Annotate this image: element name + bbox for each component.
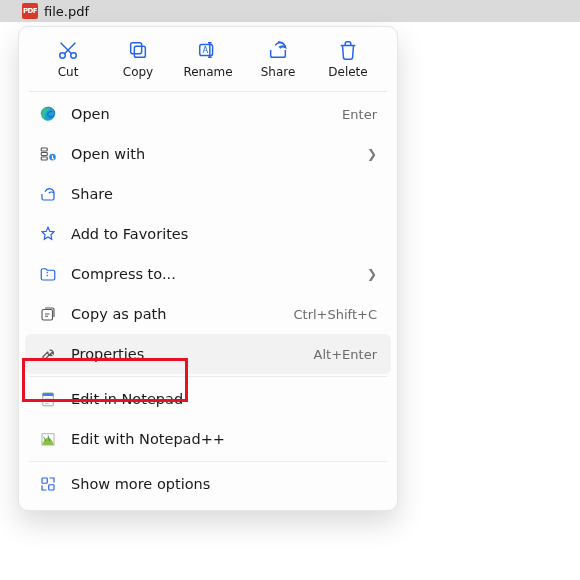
menu-item-notepad[interactable]: Edit in Notepad	[25, 379, 391, 419]
star-icon	[39, 225, 57, 243]
menu-item-share[interactable]: Share	[25, 174, 391, 214]
share-icon	[267, 39, 289, 61]
cut-label: Cut	[58, 65, 79, 79]
svg-rect-7	[41, 148, 47, 151]
svg-rect-8	[41, 153, 47, 156]
menu-item-properties[interactable]: Properties Alt+Enter	[25, 334, 391, 374]
menu-item-open[interactable]: Open Enter	[25, 94, 391, 134]
svg-rect-11	[42, 310, 53, 321]
svg-rect-9	[41, 157, 47, 160]
share-item-label: Share	[71, 186, 377, 202]
share-button[interactable]: Share	[249, 39, 307, 79]
show-more-label: Show more options	[71, 476, 377, 492]
copy-icon	[127, 39, 149, 61]
delete-label: Delete	[328, 65, 367, 79]
show-more-icon	[39, 475, 57, 493]
menu-item-copy-path[interactable]: Copy as path Ctrl+Shift+C	[25, 294, 391, 334]
cut-button[interactable]: Cut	[39, 39, 97, 79]
share-arrow-icon	[39, 185, 57, 203]
menu-item-notepadpp[interactable]: Edit with Notepad++	[25, 419, 391, 459]
delete-button[interactable]: Delete	[319, 39, 377, 79]
copy-label: Copy	[123, 65, 153, 79]
rename-label: Rename	[183, 65, 232, 79]
svg-rect-15	[42, 478, 47, 483]
notepad-label: Edit in Notepad	[71, 391, 377, 407]
chevron-right-icon: ❯	[367, 267, 377, 281]
svg-rect-3	[131, 43, 142, 54]
open-label: Open	[71, 106, 328, 122]
copy-path-icon	[39, 305, 57, 323]
context-menu: Cut Copy A Rename	[18, 26, 398, 511]
chevron-right-icon: ❯	[367, 147, 377, 161]
properties-label: Properties	[71, 346, 300, 362]
edge-icon	[39, 105, 57, 123]
svg-rect-16	[49, 485, 54, 490]
copy-button[interactable]: Copy	[109, 39, 167, 79]
svg-rect-2	[134, 46, 145, 57]
separator	[29, 376, 387, 377]
open-with-icon	[39, 145, 57, 163]
notepadpp-icon	[39, 430, 57, 448]
zip-icon	[39, 265, 57, 283]
scissors-icon	[57, 39, 79, 61]
rename-button[interactable]: A Rename	[179, 39, 237, 79]
notepad-icon	[39, 390, 57, 408]
menu-item-compress[interactable]: Compress to... ❯	[25, 254, 391, 294]
share-label: Share	[261, 65, 296, 79]
menu-item-favorites[interactable]: Add to Favorites	[25, 214, 391, 254]
separator	[29, 91, 387, 92]
copy-path-accel: Ctrl+Shift+C	[293, 307, 377, 322]
rename-icon: A	[197, 39, 219, 61]
compress-label: Compress to...	[71, 266, 353, 282]
trash-icon	[337, 39, 359, 61]
file-name: file.pdf	[44, 4, 89, 19]
wrench-icon	[39, 345, 57, 363]
copy-path-label: Copy as path	[71, 306, 279, 322]
notepadpp-label: Edit with Notepad++	[71, 431, 377, 447]
separator	[29, 461, 387, 462]
properties-accel: Alt+Enter	[314, 347, 377, 362]
pdf-icon: PDF	[22, 3, 38, 19]
svg-rect-13	[43, 393, 54, 396]
svg-text:A: A	[203, 45, 209, 55]
menu-item-open-with[interactable]: Open with ❯	[25, 134, 391, 174]
context-toolbar: Cut Copy A Rename	[25, 33, 391, 89]
file-title-bar[interactable]: PDF file.pdf	[0, 0, 580, 22]
open-accel: Enter	[342, 107, 377, 122]
menu-item-show-more[interactable]: Show more options	[25, 464, 391, 504]
open-with-label: Open with	[71, 146, 353, 162]
favorites-label: Add to Favorites	[71, 226, 377, 242]
